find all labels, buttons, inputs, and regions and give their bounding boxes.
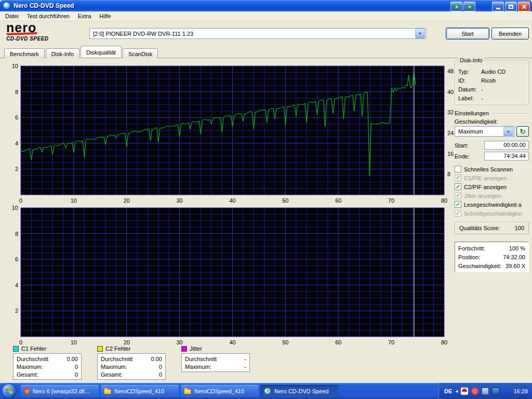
camera-icon [467, 5, 472, 9]
taskbar-button-label: Nero CD-DVD Speed [274, 388, 329, 394]
svg-text:80: 80 [441, 339, 447, 345]
speed-selector[interactable]: Maximum ▼ [455, 126, 514, 137]
svg-text:6: 6 [15, 256, 18, 262]
legend-row-value: - [244, 364, 246, 370]
disk-info-value: - [481, 95, 483, 101]
disk-info-rows: Typ:Audio CDID:RicohDatum:-Label:- [458, 67, 525, 102]
quality-score-label: Qualitäts Score: [459, 225, 500, 231]
checkbox-icon[interactable]: ✓ [455, 201, 461, 208]
svg-text:48: 48 [447, 68, 454, 74]
checkbox-icon[interactable]: ✓ [455, 183, 461, 190]
chevron-down-icon[interactable]: ▼ [503, 127, 513, 137]
nero-icon [23, 387, 31, 395]
end-time-label: Ende: [455, 153, 476, 159]
svg-text:50: 50 [282, 339, 288, 345]
checkbox-c2-pif-anzeigen[interactable]: ✓C2/PIF anzeigen [455, 182, 529, 191]
menu-hilfe[interactable]: Hilfe [95, 12, 115, 20]
tab-disk-info[interactable]: Disk-Info [46, 48, 79, 58]
legend-row-value: 0 [159, 364, 162, 370]
status-row: Position:74:32.00 [458, 252, 525, 261]
start-menu-button[interactable] [2, 383, 17, 398]
logo-swoosh [6, 32, 37, 35]
chevron-left-icon[interactable]: ◂ [455, 388, 458, 394]
titlebar-buttons [450, 2, 530, 11]
disk-info-value: Ricoh [481, 77, 496, 84]
taskbar-button-nero-6-wnaspi32-dll[interactable]: Nero 6 [wnaspi32.dll... [21, 385, 99, 397]
quality-score-value: 100 [515, 225, 524, 231]
start-time-field[interactable]: 00:00.00 [484, 141, 529, 150]
taskbar-button-nerocdspeed-410[interactable]: NeroCDSpeed_410 [101, 385, 179, 397]
tabstrip: BenchmarkDisk-InfoDiskqualitätScanDisk [0, 46, 532, 58]
drive-selector-value: [2:0] PIONEER DVD-RW DVR-111 1.23 [90, 31, 415, 37]
language-indicator[interactable]: DE [444, 388, 452, 394]
legend-row-value: 0.00 [67, 356, 78, 362]
svg-text:24: 24 [447, 130, 454, 136]
legend-title: C2 Fehler [105, 345, 130, 352]
svg-text:60: 60 [335, 339, 341, 345]
taskbar-button-nero-cd-dvd-speed[interactable]: Nero CD-DVD Speed [261, 385, 339, 397]
checkbox-icon[interactable] [455, 166, 461, 172]
capture-button-2[interactable] [463, 2, 475, 11]
taskbar: Nero 6 [wnaspi32.dll...NeroCDSpeed_410Ne… [0, 383, 532, 399]
close-button[interactable] [518, 2, 530, 11]
legend-row-label: Durchschnitt [17, 356, 48, 362]
avira-icon[interactable] [461, 388, 468, 395]
checkbox-label: C1/PIE anzeigen [464, 175, 507, 181]
camera-icon [454, 5, 459, 9]
refresh-button[interactable]: ↻ [516, 126, 529, 137]
status-value: 100 % [509, 245, 525, 251]
legend-title: C1 Fehler [21, 345, 46, 352]
checkbox-label: Schnelles Scannen [464, 166, 513, 172]
legend-c1-fehler: C1 FehlerDurchschnitt0.00Maximum:0Gesamt… [13, 345, 82, 380]
checkbox-label: Jitter anzeigen [464, 193, 501, 199]
checkbox-icon: ✓ [455, 210, 461, 217]
maximize-icon [509, 5, 513, 9]
legend-row-label: Maximum: [185, 364, 211, 370]
drive-selector[interactable]: [2:0] PIONEER DVD-RW DVR-111 1.23 ▼ [89, 28, 426, 39]
app-icon [3, 2, 11, 10]
minimize-icon [496, 8, 500, 9]
capture-button-1[interactable] [450, 2, 462, 11]
start-time-label: Start: [455, 142, 476, 149]
menu-datei[interactable]: Datei [1, 12, 23, 20]
disk-info-title: Disk-Info [458, 57, 484, 63]
checkbox-lesegeschwindigkeit-a[interactable]: ✓Lesegeschwindigkeit a [455, 200, 529, 209]
svg-text:10: 10 [12, 205, 18, 211]
desktop: Nero CD-DVD Speed DateiTest durchführenE… [0, 0, 532, 399]
svg-text:4: 4 [15, 282, 18, 288]
folder-icon [104, 389, 111, 394]
checkbox-schnelles-scannen[interactable]: Schnelles Scannen [455, 165, 529, 174]
taskbar-button-nerocdspeed-410[interactable]: NeroCDSpeed_410 [181, 385, 259, 397]
display-icon[interactable] [482, 388, 489, 395]
svg-text:40: 40 [229, 197, 235, 204]
network-icon[interactable] [492, 388, 499, 395]
svg-text:2: 2 [15, 166, 18, 172]
legend-swatch [13, 346, 19, 352]
tab-diskqualität[interactable]: Diskqualität [81, 46, 122, 57]
legend-values-box: Durchschnitt0.00Maximum:0Gesamt:0 [97, 353, 166, 380]
guard-icon[interactable] [471, 388, 478, 395]
app-window: Nero CD-DVD Speed DateiTest durchführenE… [0, 0, 532, 383]
clock: 16:28 [513, 388, 528, 394]
legend-row-value: 0 [75, 371, 78, 378]
svg-text:6: 6 [15, 114, 18, 121]
chevron-down-icon[interactable]: ▼ [415, 29, 425, 38]
menu-test-durchführen[interactable]: Test durchführen [23, 12, 74, 20]
legend-swatch [97, 346, 103, 352]
end-time-field[interactable]: 74:34.44 [484, 152, 529, 161]
legend-row-value: - [244, 356, 246, 362]
status-value: 39.60 X [506, 263, 525, 269]
start-button[interactable]: Start [446, 28, 489, 39]
menu-extra[interactable]: Extra [74, 12, 96, 20]
minimize-button[interactable] [492, 2, 504, 11]
tab-scandisk[interactable]: ScanDisk [123, 48, 158, 58]
legend-row: Durchschnitt0.00 [101, 355, 162, 363]
maximize-button[interactable] [505, 2, 517, 11]
status-row: Geschwindigkeit:39.60 X [458, 261, 525, 270]
status-box: Fortschritt:100 %Position:74:32.00Geschw… [455, 242, 529, 272]
tab-benchmark[interactable]: Benchmark [4, 48, 45, 58]
legend-row: Maximum:- [185, 363, 246, 370]
checkbox-icon: ✓ [455, 175, 461, 181]
quit-button[interactable]: Beenden [491, 28, 529, 39]
titlebar[interactable]: Nero CD-DVD Speed [0, 0, 532, 11]
